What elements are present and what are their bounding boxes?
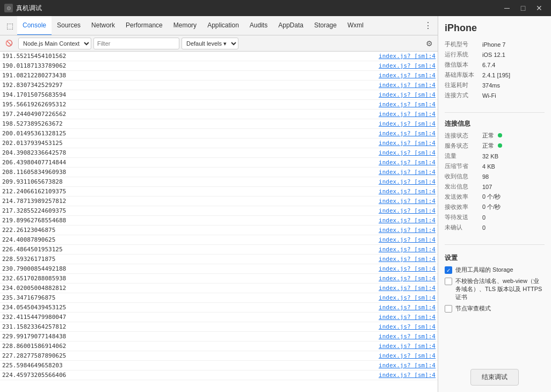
tab-performance[interactable]: Performance xyxy=(120,16,168,35)
right-panel: iPhone 手机型号 iPhone 7 运行系统 iOS 12.1 微信版本 … xyxy=(438,16,551,392)
console-value: 195.56619262695312 xyxy=(2,101,379,108)
more-tabs-button[interactable]: ⋮ xyxy=(421,18,436,33)
console-source[interactable]: index.js? [sm]:4 xyxy=(379,130,436,137)
unconfirmed-row: 未确认 0 xyxy=(445,223,545,231)
console-row: 227.28277587890625index.js? [sm]:4 xyxy=(0,351,438,361)
base-row: 基础库版本 2.4.1 [195] xyxy=(445,71,545,79)
tab-appdata[interactable]: AppData xyxy=(273,16,309,35)
device-title: iPhone xyxy=(445,23,545,34)
console-source[interactable]: index.js? [sm]:4 xyxy=(379,236,436,243)
console-row: 212.24066162109375index.js? [sm]:4 xyxy=(0,187,438,197)
minimize-button[interactable]: ─ xyxy=(499,1,514,16)
received-value: 98 xyxy=(482,173,545,180)
console-value: 204.39082336642578 xyxy=(2,149,379,156)
connection-row: 连接方式 Wi-Fi xyxy=(445,91,545,99)
console-source[interactable]: index.js? [sm]:4 xyxy=(379,304,436,311)
sent-label: 发出信息 xyxy=(445,183,482,191)
console-source[interactable]: index.js? [sm]:4 xyxy=(379,101,436,108)
console-source[interactable]: index.js? [sm]:4 xyxy=(379,323,436,330)
console-source[interactable]: index.js? [sm]:4 xyxy=(379,314,436,321)
console-value: 190.01187133789062 xyxy=(2,62,379,69)
model-label: 手机型号 xyxy=(445,40,482,48)
console-source[interactable]: index.js? [sm]:4 xyxy=(379,72,436,79)
app-icon: ⚙ xyxy=(4,4,13,12)
inspect-icon-button[interactable]: ⬚ xyxy=(2,18,17,33)
traffic-value: 32 KB xyxy=(482,153,545,159)
tab-audits[interactable]: Audits xyxy=(244,16,273,35)
console-row: 190.01187133789062index.js? [sm]:4 xyxy=(0,61,438,71)
checkbox-2-icon[interactable] xyxy=(445,278,452,285)
console-source[interactable]: index.js? [sm]:4 xyxy=(379,227,436,234)
console-source[interactable]: index.js? [sm]:4 xyxy=(379,256,436,263)
close-button[interactable]: ✕ xyxy=(532,1,547,16)
tab-application[interactable]: Application xyxy=(202,16,244,35)
checkbox-3-icon[interactable] xyxy=(445,305,452,313)
tab-sources[interactable]: Sources xyxy=(52,16,86,35)
pending-label: 等待发送 xyxy=(445,213,482,221)
console-value: 200.01495361328125 xyxy=(2,130,379,137)
conn-status-row: 连接状态 正常 xyxy=(445,132,545,140)
console-source[interactable]: index.js? [sm]:4 xyxy=(379,169,436,176)
console-source[interactable]: index.js? [sm]:4 xyxy=(379,265,436,272)
tab-console[interactable]: Console xyxy=(17,16,52,35)
console-source[interactable]: index.js? [sm]:4 xyxy=(379,362,436,369)
console-source[interactable]: index.js? [sm]:4 xyxy=(379,91,436,98)
console-row: 229.99179077148438index.js? [sm]:4 xyxy=(0,332,438,342)
console-source[interactable]: index.js? [sm]:4 xyxy=(379,217,436,224)
console-source[interactable]: index.js? [sm]:4 xyxy=(379,120,436,127)
received-label: 收到信息 xyxy=(445,172,482,180)
console-source[interactable]: index.js? [sm]:4 xyxy=(379,140,436,147)
console-source[interactable]: index.js? [sm]:4 xyxy=(379,207,436,214)
tab-network[interactable]: Network xyxy=(86,16,120,35)
console-source[interactable]: index.js? [sm]:4 xyxy=(379,285,436,292)
settings-title: 设置 xyxy=(445,253,545,263)
console-value: 235.34716796875 xyxy=(2,294,379,301)
tab-storage[interactable]: Storage xyxy=(309,16,342,35)
tab-bar: ⬚ Console Sources Network Performance Me… xyxy=(0,16,438,35)
console-source[interactable]: index.js? [sm]:4 xyxy=(379,246,436,253)
console-row: 191.08212280273438index.js? [sm]:4 xyxy=(0,71,438,81)
console-row: 191.55215454101562index.js? [sm]:4 xyxy=(0,52,438,61)
console-row: 232.41154479980047index.js? [sm]:4 xyxy=(0,313,438,322)
console-source[interactable]: index.js? [sm]:4 xyxy=(379,333,436,340)
console-row: 208.11605834960938index.js? [sm]:4 xyxy=(0,168,438,177)
console-source[interactable]: index.js? [sm]:4 xyxy=(379,53,436,60)
pending-value: 0 xyxy=(482,214,545,221)
console-source[interactable]: index.js? [sm]:4 xyxy=(379,275,436,282)
svc-status-label: 服务状态 xyxy=(445,142,482,150)
clear-console-button[interactable]: 🚫 xyxy=(2,37,16,50)
checkbox-row-2[interactable]: 不校验合法域名、web-view（业务域名）、TLS 版本以及 HTTPS 证书 xyxy=(445,277,545,301)
filter-input[interactable] xyxy=(93,38,179,49)
console-source[interactable]: index.js? [sm]:4 xyxy=(379,62,436,69)
console-source[interactable]: index.js? [sm]:4 xyxy=(379,198,436,205)
console-value: 231.15823364257812 xyxy=(2,323,379,330)
console-source[interactable]: index.js? [sm]:4 xyxy=(379,188,436,195)
maximize-button[interactable]: □ xyxy=(516,1,531,16)
unconfirmed-value: 0 xyxy=(482,224,545,231)
console-source[interactable]: index.js? [sm]:4 xyxy=(379,111,436,118)
tab-memory[interactable]: Memory xyxy=(168,16,202,35)
end-debug-button[interactable]: 结束调试 xyxy=(470,369,519,386)
checkbox-row-1[interactable]: 使用工具端的 Storage xyxy=(445,266,545,274)
console-source[interactable]: index.js? [sm]:4 xyxy=(379,149,436,156)
console-source[interactable]: index.js? [sm]:4 xyxy=(379,294,436,301)
connection-section-title: 连接信息 xyxy=(445,119,545,128)
console-source[interactable]: index.js? [sm]:4 xyxy=(379,343,436,350)
console-value: 206.43980407714844 xyxy=(2,159,379,166)
console-settings-button[interactable]: ⚙ xyxy=(423,37,436,50)
console-output[interactable]: 191.55215454101562index.js? [sm]:4190.01… xyxy=(0,52,438,392)
checkbox-row-3[interactable]: 节点审查模式 xyxy=(445,304,545,313)
checkbox-1-icon[interactable] xyxy=(445,266,452,274)
level-selector[interactable]: Default levels ▾ xyxy=(182,38,238,49)
console-toolbar: 🚫 Node.js Main Context Default levels ▾ … xyxy=(0,35,438,52)
tab-wxml[interactable]: Wxml xyxy=(342,16,369,35)
console-source[interactable]: index.js? [sm]:4 xyxy=(379,159,436,166)
console-value: 198.5273895263672 xyxy=(2,120,379,127)
console-source[interactable]: index.js? [sm]:4 xyxy=(379,372,436,379)
console-row: 217.32855224609375index.js? [sm]:4 xyxy=(0,206,438,216)
console-source[interactable]: index.js? [sm]:4 xyxy=(379,352,436,359)
console-source[interactable]: index.js? [sm]:4 xyxy=(379,82,436,89)
console-source[interactable]: index.js? [sm]:4 xyxy=(379,178,436,185)
traffic-label: 流量 xyxy=(445,152,482,160)
context-selector[interactable]: Node.js Main Context xyxy=(18,38,91,49)
